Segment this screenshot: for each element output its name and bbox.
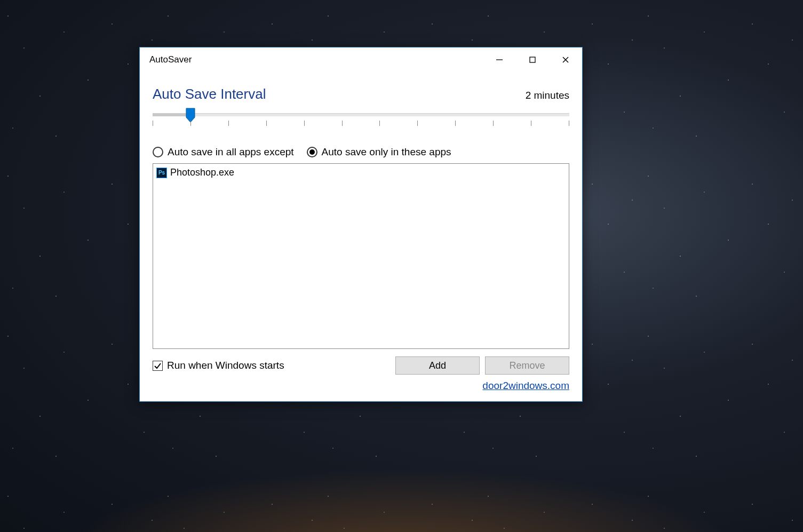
radio-icon: [307, 147, 317, 157]
app-name: Photoshop.exe: [170, 167, 234, 178]
slider-tick: [190, 121, 191, 126]
remove-button[interactable]: Remove: [485, 356, 569, 375]
window-controls: [483, 47, 582, 72]
list-item[interactable]: PsPhotoshop.exe: [155, 166, 567, 179]
slider-tick: [304, 121, 305, 126]
autosaver-window: AutoSaver Auto Save Interval 2 minutes: [139, 47, 583, 402]
slider-track: [153, 113, 569, 116]
slider-tick: [228, 121, 229, 126]
link-row: door2windows.com: [153, 380, 569, 392]
interval-header: Auto Save Interval 2 minutes: [153, 86, 569, 102]
radio-only-label: Auto save only in these apps: [322, 146, 451, 158]
slider-tick: [493, 121, 494, 126]
bottom-row: Run when Windows starts Add Remove: [153, 356, 569, 375]
interval-heading: Auto Save Interval: [153, 86, 266, 102]
slider-tick: [266, 121, 267, 126]
slider-tick: [569, 121, 569, 126]
add-button[interactable]: Add: [395, 356, 480, 375]
minimize-button[interactable]: [483, 47, 516, 72]
mode-radio-group: Auto save in all apps except Auto save o…: [153, 146, 569, 158]
window-title: AutoSaver: [149, 54, 483, 65]
interval-slider[interactable]: [153, 109, 569, 131]
svg-rect-1: [530, 57, 535, 62]
slider-tick: [531, 121, 531, 126]
slider-tick: [342, 121, 343, 126]
apps-list[interactable]: PsPhotoshop.exe: [153, 163, 569, 349]
interval-value: 2 minutes: [526, 90, 569, 101]
radio-only[interactable]: Auto save only in these apps: [307, 146, 451, 158]
radio-icon: [153, 147, 163, 157]
website-link[interactable]: door2windows.com: [482, 380, 569, 391]
startup-checkbox[interactable]: Run when Windows starts: [153, 360, 390, 371]
slider-tick: [379, 121, 380, 126]
radio-except[interactable]: Auto save in all apps except: [153, 146, 294, 158]
startup-label: Run when Windows starts: [167, 360, 284, 371]
content-area: Auto Save Interval 2 minutes Auto save i…: [140, 72, 582, 401]
slider-tick: [417, 121, 418, 126]
radio-except-label: Auto save in all apps except: [168, 146, 294, 158]
titlebar[interactable]: AutoSaver: [140, 47, 582, 72]
slider-fill: [153, 113, 190, 116]
slider-ticks: [153, 121, 569, 127]
minimize-icon: [496, 56, 503, 63]
slider-tick: [153, 121, 153, 126]
slider-tick: [455, 121, 456, 126]
close-button[interactable]: [549, 47, 582, 72]
maximize-icon: [529, 56, 536, 63]
checkbox-icon: [153, 361, 163, 371]
photoshop-icon: Ps: [156, 168, 167, 178]
close-icon: [561, 55, 570, 64]
maximize-button[interactable]: [516, 47, 549, 72]
